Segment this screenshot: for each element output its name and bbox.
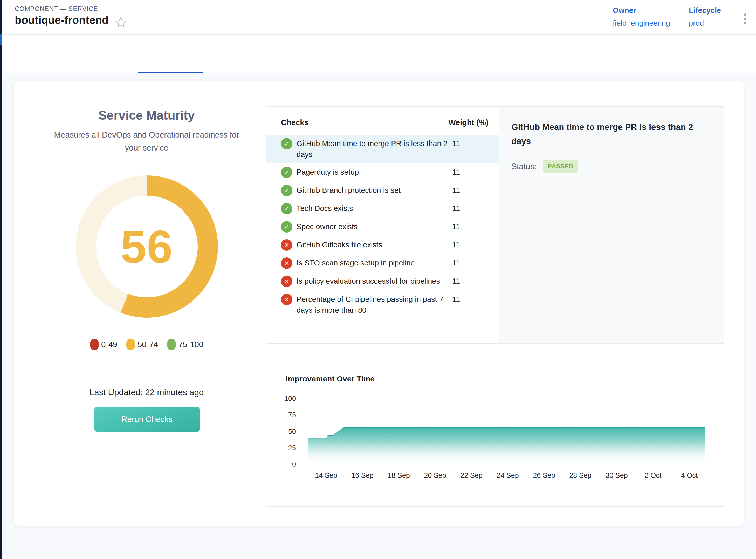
legend-item-75-100: 75-100	[167, 339, 203, 350]
check-row-weight: 11	[452, 258, 473, 268]
check-failed-icon: ✕	[281, 294, 292, 305]
legend-label: 50-74	[138, 340, 158, 349]
check-passed-icon: ✓	[281, 166, 292, 178]
owner-label: Owner	[613, 6, 670, 15]
chart-title: Improvement Over Time	[285, 375, 375, 383]
scorecard-card: Service Maturity Measures all DevOps and…	[14, 81, 743, 526]
lifecycle-value: prod	[689, 19, 721, 27]
x-axis-tick: 24 Sep	[497, 472, 519, 479]
check-row-weight: 11	[452, 275, 473, 287]
check-row-label: GitHub Gitleaks file exists	[297, 239, 450, 250]
status-badge: PASSED	[543, 160, 578, 173]
legend-dot	[90, 339, 99, 350]
page-header: COMPONENT — SERVICE boutique-frontend Ow…	[2, 0, 756, 35]
score-legend: 0-4950-7475-100	[22, 339, 271, 350]
legend-label: 0-49	[101, 340, 117, 349]
y-axis-tick: 0	[274, 461, 296, 468]
check-row[interactable]: ✓Spec owner exists11	[267, 218, 499, 236]
check-row-label: GitHub Mean time to merge PR is less tha…	[297, 138, 450, 160]
score-donut-hole: 56	[96, 196, 198, 297]
side-rail	[0, 0, 2, 559]
check-detail-panel: GitHub Mean time to merge PR is less tha…	[499, 107, 724, 343]
check-row-label: Spec owner exists	[297, 221, 450, 232]
rerun-checks-button[interactable]: Rerun Checks	[94, 407, 200, 432]
y-axis-tick: 50	[274, 427, 296, 435]
score-value: 56	[121, 220, 173, 273]
legend-dot	[167, 339, 176, 350]
check-detail-status-row: Status: PASSED	[511, 160, 578, 173]
x-axis-tick: 2 Oct	[645, 472, 662, 479]
favorite-star-icon[interactable]	[115, 16, 127, 28]
checks-list-header: Checks Weight (%)	[267, 107, 499, 135]
check-row-weight: 11	[452, 203, 473, 214]
check-row[interactable]: ✕Is STO scan stage setup in pipeline11	[267, 254, 499, 272]
check-row[interactable]: ✕GitHub Gitleaks file exists11	[267, 236, 499, 254]
x-axis-tick: 4 Oct	[681, 472, 698, 479]
area-fill	[308, 427, 705, 464]
check-row-label: Percentage of CI pipelines passing in pa…	[297, 294, 450, 316]
check-row-label: Is STO scan stage setup in pipeline	[297, 258, 450, 268]
check-passed-icon: ✓	[281, 138, 292, 150]
check-row-weight: 11	[452, 239, 473, 250]
check-row-weight: 11	[452, 185, 473, 196]
scorecard-title: Service Maturity	[22, 108, 271, 122]
tab-bar: OverviewCI/CDScorecardAPIDependenciesDoc…	[2, 35, 756, 73]
improvement-chart-panel: Improvement Over Time 1007550250 14 Sep1…	[266, 357, 724, 507]
side-rail-active-indicator	[0, 34, 2, 45]
page-title: boutique-frontend	[15, 14, 109, 26]
x-axis-tick: 28 Sep	[569, 472, 592, 479]
x-axis-tick: 16 Sep	[351, 472, 373, 479]
check-row-weight: 11	[452, 138, 473, 149]
y-axis-tick: 100	[274, 395, 296, 403]
check-failed-icon: ✕	[281, 258, 292, 269]
check-failed-icon: ✕	[281, 275, 292, 287]
check-row-label: GitHub Branch protection is set	[297, 185, 450, 196]
legend-label: 75-100	[178, 340, 203, 349]
check-passed-icon: ✓	[281, 203, 292, 214]
check-detail-title: GitHub Mean time to merge PR is less tha…	[511, 120, 698, 148]
check-row-label: Tech Docs exists	[297, 203, 450, 214]
checks-column-header: Checks	[281, 118, 309, 127]
check-row[interactable]: ✓Pagerduty is setup11	[267, 163, 499, 181]
check-row[interactable]: ✕Percentage of CI pipelines passing in p…	[267, 290, 499, 319]
check-row-weight: 11	[452, 221, 473, 232]
scorecard-subtitle: Measures all DevOps and Operational read…	[48, 129, 245, 154]
area-chart	[308, 397, 705, 465]
breadcrumb: COMPONENT — SERVICE	[15, 5, 98, 13]
legend-dot	[126, 339, 135, 350]
x-axis-tick: 26 Sep	[533, 472, 555, 479]
last-updated-text: Last Updated: 22 minutes ago	[22, 387, 271, 397]
status-label: Status:	[511, 162, 536, 171]
check-row-label: Is policy evaluation successful for pipe…	[297, 275, 450, 287]
check-row[interactable]: ✓GitHub Branch protection is set11	[267, 181, 499, 200]
lifecycle-label: Lifecycle	[689, 6, 721, 15]
check-row[interactable]: ✓Tech Docs exists11	[267, 200, 499, 218]
x-axis-tick: 14 Sep	[315, 472, 337, 479]
owner-value-link[interactable]: field_engineering	[613, 19, 670, 27]
active-tab-underline	[138, 72, 203, 73]
check-row-weight: 11	[452, 166, 473, 178]
check-row-label: Pagerduty is setup	[297, 166, 450, 178]
x-axis-tick: 22 Sep	[460, 472, 483, 479]
score-donut-chart: 56	[76, 175, 218, 318]
checks-list: Checks Weight (%) ✓GitHub Mean time to m…	[267, 107, 499, 343]
legend-item-50-74: 50-74	[126, 339, 158, 350]
check-passed-icon: ✓	[281, 221, 292, 232]
check-failed-icon: ✕	[281, 239, 292, 251]
x-axis-tick: 20 Sep	[424, 472, 446, 479]
weight-column-header: Weight (%)	[449, 118, 488, 127]
y-axis-tick: 75	[274, 411, 296, 419]
checks-panel: Checks Weight (%) ✓GitHub Mean time to m…	[266, 106, 724, 343]
legend-item-0-49: 0-49	[90, 339, 117, 350]
x-axis-tick: 30 Sep	[605, 472, 628, 479]
check-row-weight: 11	[452, 294, 473, 305]
kebab-menu-icon[interactable]	[740, 14, 750, 29]
lifecycle-meta: Lifecycle prod	[689, 6, 721, 27]
x-axis-tick: 18 Sep	[388, 472, 410, 479]
check-row[interactable]: ✓GitHub Mean time to merge PR is less th…	[267, 135, 499, 163]
check-row[interactable]: ✕Is policy evaluation successful for pip…	[267, 272, 499, 290]
y-axis-tick: 25	[274, 444, 296, 452]
check-passed-icon: ✓	[281, 185, 292, 196]
owner-meta: Owner field_engineering	[613, 6, 670, 27]
